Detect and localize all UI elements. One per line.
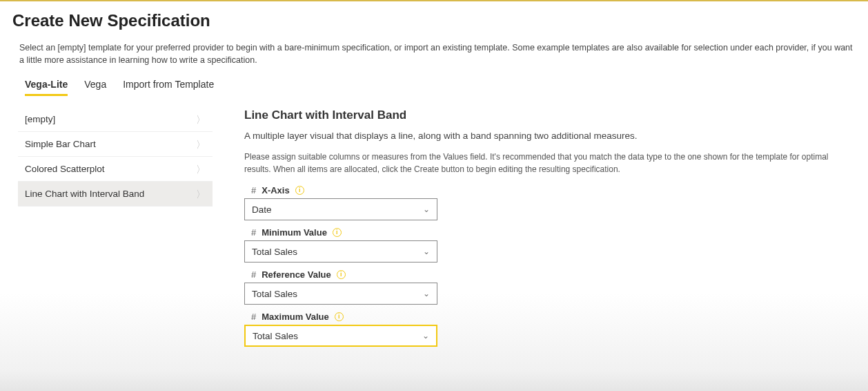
template-list: [empty] 〉 Simple Bar Chart 〉 Colored Sca… <box>18 107 213 207</box>
dropdown-value: Date <box>252 204 272 215</box>
tab-vega[interactable]: Vega <box>84 79 106 96</box>
dropdown-value: Total Sales <box>252 247 297 257</box>
tab-import[interactable]: Import from Template <box>123 79 214 96</box>
info-icon[interactable]: i <box>333 228 342 237</box>
template-item-simple-bar[interactable]: Simple Bar Chart 〉 <box>18 132 213 157</box>
tab-vega-lite[interactable]: Vega-Lite <box>25 79 68 96</box>
dropdown-value: Total Sales <box>253 331 298 341</box>
template-item-interval-band[interactable]: Line Chart with Interval Band 〉 <box>18 182 213 207</box>
dropdown-min[interactable]: Total Sales ⌄ <box>244 240 437 263</box>
chevron-down-icon: ⌄ <box>423 289 430 298</box>
field-label-max: # Maximum Value i <box>251 312 850 322</box>
field-label-min: # Minimum Value i <box>251 227 850 238</box>
info-icon[interactable]: i <box>295 186 304 195</box>
page-title: Create New Specification <box>12 11 856 30</box>
provider-tabs: Vega-Lite Vega Import from Template <box>12 79 856 96</box>
chevron-down-icon: ⌄ <box>423 247 430 256</box>
field-label-text: Reference Value <box>262 269 331 280</box>
field-label-text: X-Axis <box>262 185 289 196</box>
info-icon[interactable]: i <box>335 312 344 321</box>
page-description: Select an [empty] template for your pref… <box>12 41 856 66</box>
hash-icon: # <box>251 185 256 196</box>
preview-title: Line Chart with Interval Band <box>244 108 850 122</box>
dropdown-value: Total Sales <box>252 289 297 299</box>
template-item-scatterplot[interactable]: Colored Scatterplot 〉 <box>18 157 213 182</box>
hash-icon: # <box>251 269 256 280</box>
template-item-empty[interactable]: [empty] 〉 <box>18 107 213 132</box>
hash-icon: # <box>251 227 256 238</box>
hash-icon: # <box>251 312 256 322</box>
info-icon[interactable]: i <box>337 270 346 279</box>
template-preview: Line Chart with Interval Band A multiple… <box>244 107 856 354</box>
chevron-right-icon: 〉 <box>196 115 206 124</box>
preview-hint: Please assign suitable columns or measur… <box>244 151 850 175</box>
field-label-text: Minimum Value <box>262 227 327 238</box>
template-item-label: Line Chart with Interval Band <box>25 189 144 199</box>
chevron-right-icon: 〉 <box>196 189 206 199</box>
chevron-down-icon: ⌄ <box>422 331 429 341</box>
chevron-right-icon: 〉 <box>196 164 206 174</box>
chevron-right-icon: 〉 <box>196 140 206 149</box>
preview-subtitle: A multiple layer visual that displays a … <box>244 131 850 141</box>
template-item-label: Colored Scatterplot <box>25 164 105 174</box>
dropdown-ref[interactable]: Total Sales ⌄ <box>244 283 437 305</box>
field-label-xaxis: # X-Axis i <box>251 185 850 196</box>
template-item-label: [empty] <box>25 114 55 124</box>
chevron-down-icon: ⌄ <box>423 204 430 214</box>
field-label-ref: # Reference Value i <box>251 269 850 280</box>
dropdown-xaxis[interactable]: Date ⌄ <box>244 198 437 220</box>
dropdown-max[interactable]: Total Sales ⌄ <box>244 325 437 347</box>
template-item-label: Simple Bar Chart <box>25 139 96 149</box>
field-label-text: Maximum Value <box>262 312 329 322</box>
